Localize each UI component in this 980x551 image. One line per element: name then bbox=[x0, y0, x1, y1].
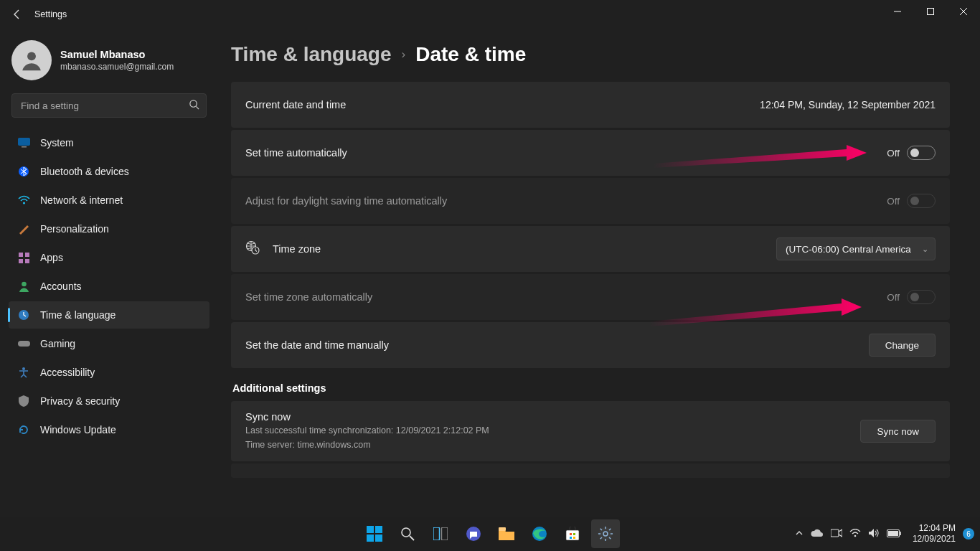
toggle-wrap: Off bbox=[887, 290, 936, 304]
svg-rect-29 bbox=[433, 527, 440, 540]
row-set-manually: Set the date and time manually Change bbox=[231, 322, 950, 368]
store-button[interactable] bbox=[558, 519, 587, 548]
volume-icon[interactable] bbox=[868, 528, 880, 540]
battery-icon[interactable] bbox=[887, 528, 901, 540]
tray-chevron-up-icon[interactable] bbox=[795, 528, 804, 540]
settings-taskbar-button[interactable] bbox=[591, 519, 620, 548]
file-explorer-button[interactable] bbox=[492, 519, 521, 548]
current-date-time-value: 12:04 PM, Sunday, 12 September 2021 bbox=[760, 99, 936, 110]
svg-line-28 bbox=[410, 536, 414, 540]
toggle-state: Off bbox=[887, 292, 900, 303]
profile-name: Samuel Mbanaso bbox=[60, 49, 174, 60]
sync-info: Sync now Last successful time synchroniz… bbox=[245, 411, 489, 451]
sidebar: Samuel Mbanaso mbanaso.samuel@gmail.com … bbox=[9, 34, 209, 443]
person-icon bbox=[19, 48, 44, 72]
row-set-time-automatically: Set time automatically Off bbox=[231, 130, 950, 176]
row-label: Time zone bbox=[273, 243, 321, 255]
store-icon bbox=[565, 527, 580, 541]
maximize-button[interactable] bbox=[914, 0, 947, 23]
meet-now-icon[interactable] bbox=[831, 528, 842, 540]
clock-time: 12:04 PM bbox=[913, 523, 956, 534]
sidebar-item-label: Apps bbox=[40, 252, 63, 263]
sidebar-item-apps[interactable]: Apps bbox=[9, 244, 209, 271]
wifi-tray-icon[interactable] bbox=[849, 528, 861, 540]
sidebar-item-privacy[interactable]: Privacy & security bbox=[9, 387, 209, 415]
onedrive-icon[interactable] bbox=[811, 528, 824, 540]
svg-rect-7 bbox=[18, 138, 29, 146]
svg-rect-23 bbox=[367, 526, 374, 533]
person-icon bbox=[17, 280, 30, 293]
paintbrush-icon bbox=[17, 222, 30, 235]
toggle-set-time-automatically[interactable] bbox=[907, 146, 936, 160]
sidebar-item-time-language[interactable]: Time & language bbox=[9, 301, 209, 329]
notification-count: 6 bbox=[966, 530, 971, 538]
dropdown-value: (UTC-06:00) Central America bbox=[786, 244, 911, 255]
sidebar-item-personalization[interactable]: Personalization bbox=[9, 215, 209, 242]
windows-logo-icon bbox=[367, 526, 382, 542]
search-icon bbox=[400, 527, 415, 541]
row-label: Adjust for daylight saving time automati… bbox=[245, 195, 447, 207]
svg-rect-38 bbox=[573, 537, 575, 539]
sync-now-button[interactable]: Sync now bbox=[860, 420, 936, 443]
avatar bbox=[11, 40, 52, 80]
svg-point-18 bbox=[22, 367, 25, 370]
profile-text: Samuel Mbanaso mbanaso.samuel@gmail.com bbox=[60, 49, 174, 72]
chat-icon bbox=[466, 526, 481, 542]
toggle-set-timezone-automatically bbox=[907, 290, 936, 304]
svg-rect-49 bbox=[831, 529, 839, 537]
toggle-state: Off bbox=[887, 148, 900, 159]
svg-rect-25 bbox=[367, 534, 374, 542]
profile-block[interactable]: Samuel Mbanaso mbanaso.samuel@gmail.com bbox=[11, 40, 207, 80]
svg-rect-8 bbox=[22, 146, 27, 148]
sidebar-item-system[interactable]: System bbox=[9, 129, 209, 156]
time-zone-dropdown[interactable]: (UTC-06:00) Central America ⌄ bbox=[776, 237, 936, 260]
row-time-zone: Time zone (UTC-06:00) Central America ⌄ bbox=[231, 226, 950, 272]
sidebar-item-label: Accounts bbox=[40, 281, 82, 292]
start-button[interactable] bbox=[360, 519, 389, 548]
taskbar-search-button[interactable] bbox=[393, 519, 422, 548]
svg-rect-14 bbox=[25, 259, 29, 263]
edge-button[interactable] bbox=[525, 519, 554, 548]
change-button[interactable]: Change bbox=[869, 334, 936, 357]
sidebar-item-bluetooth[interactable]: Bluetooth & devices bbox=[9, 158, 209, 185]
sidebar-item-accounts[interactable]: Accounts bbox=[9, 273, 209, 300]
sidebar-item-network[interactable]: Network & internet bbox=[9, 187, 209, 214]
svg-rect-17 bbox=[18, 341, 30, 347]
shield-icon bbox=[17, 395, 30, 408]
sidebar-item-label: Personalization bbox=[40, 223, 109, 235]
svg-line-6 bbox=[196, 106, 199, 109]
svg-point-27 bbox=[402, 528, 410, 537]
svg-point-5 bbox=[190, 100, 197, 107]
gamepad-icon bbox=[17, 337, 30, 350]
breadcrumb-parent[interactable]: Time & language bbox=[231, 43, 392, 66]
sidebar-item-windows-update[interactable]: Windows Update bbox=[9, 416, 209, 443]
section-additional-settings: Additional settings bbox=[232, 382, 950, 394]
row-label: Set time zone automatically bbox=[245, 291, 372, 303]
row-set-timezone-automatically: Set time zone automatically Off bbox=[231, 274, 950, 320]
sidebar-item-accessibility[interactable]: Accessibility bbox=[9, 359, 209, 386]
gear-icon bbox=[598, 526, 613, 542]
sidebar-item-label: Gaming bbox=[40, 338, 75, 349]
back-button[interactable] bbox=[4, 1, 30, 27]
svg-rect-37 bbox=[570, 537, 572, 539]
search-input[interactable] bbox=[11, 93, 207, 118]
monitor-icon bbox=[17, 136, 30, 149]
row-truncated bbox=[231, 463, 950, 478]
chevron-down-icon: ⌄ bbox=[922, 245, 928, 254]
chat-button[interactable] bbox=[459, 519, 488, 548]
sidebar-item-label: System bbox=[40, 137, 74, 149]
sync-last-success: Last successful time synchronization: 12… bbox=[245, 424, 489, 437]
breadcrumb: Time & language › Date & time bbox=[231, 43, 950, 66]
taskbar-clock[interactable]: 12:04 PM 12/09/2021 bbox=[913, 523, 956, 545]
svg-rect-52 bbox=[900, 532, 901, 535]
bluetooth-icon bbox=[17, 165, 30, 178]
clock-icon bbox=[17, 309, 30, 321]
svg-rect-12 bbox=[25, 253, 29, 257]
notification-badge[interactable]: 6 bbox=[963, 528, 974, 540]
close-button[interactable] bbox=[947, 0, 980, 23]
minimize-button[interactable] bbox=[881, 0, 914, 23]
svg-point-4 bbox=[27, 52, 36, 60]
sync-title: Sync now bbox=[245, 411, 489, 423]
sidebar-item-gaming[interactable]: Gaming bbox=[9, 330, 209, 357]
task-view-button[interactable] bbox=[426, 519, 455, 548]
